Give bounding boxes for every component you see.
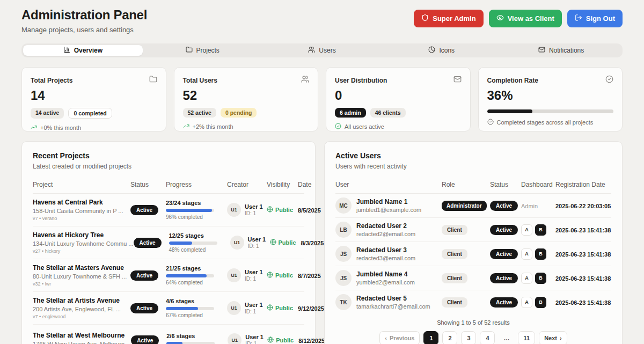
progress-bar — [169, 241, 217, 245]
creator-name: User 1 — [245, 203, 263, 210]
view-as-client-button[interactable]: View as Client — [489, 10, 562, 27]
stat-value: 52 — [183, 88, 310, 103]
table-row[interactable]: The Stellar at West Melbourne 1765 W New… — [33, 325, 304, 344]
role-badge: Client — [442, 273, 467, 283]
project-date: 8/3/2025 — [301, 240, 324, 246]
column-header-project: Project — [33, 181, 130, 188]
creator-id: ID: 1 — [245, 309, 263, 314]
status-badge: Active — [134, 238, 162, 248]
project-meta: v27 • hickory — [33, 248, 134, 254]
tab-overview[interactable]: Overview — [23, 45, 143, 56]
table-row[interactable]: JS Jumbled Name 4yumbled2@email.com Clie… — [335, 266, 611, 290]
page-header: Administration Panel Manage projects, us… — [21, 8, 623, 34]
table-row[interactable]: The Stellar at Masters Avenue 80-Unit Lu… — [33, 259, 304, 292]
dashboard-a-button[interactable]: A — [521, 248, 532, 260]
page-button-3[interactable]: 3 — [461, 331, 476, 344]
tab-users[interactable]: Users — [262, 45, 382, 56]
progress-bar — [166, 307, 214, 310]
tab-notifications[interactable]: Notifications — [501, 45, 621, 56]
super-admin-label: Super Admin — [433, 14, 475, 23]
dashboard-b-button[interactable]: B — [535, 224, 546, 236]
avatar: JS — [335, 270, 352, 286]
page-button-4[interactable]: 4 — [480, 331, 495, 344]
stat-title: Total Users — [183, 77, 217, 84]
recent-projects-title: Recent Projects — [33, 151, 304, 160]
table-row[interactable]: JS Redacted User 3redacted3@email.com Cl… — [335, 242, 611, 266]
table-row[interactable]: MC Jumbled Name 1jumbled1@example.com Ad… — [335, 194, 611, 218]
column-header-user: User — [335, 181, 442, 188]
visibility-label: Public — [275, 272, 293, 279]
stat-footer: +0% this month — [40, 125, 81, 131]
creator-name: User 1 — [245, 302, 263, 308]
check-circle-icon — [335, 123, 341, 130]
admin-panel-page: Administration Panel Manage projects, us… — [0, 0, 644, 344]
stats-row: Total Projects 14 14 active 0 completed … — [21, 67, 623, 131]
registration-date: 2025-06-23 15:41:38 — [555, 251, 611, 258]
column-header-status: Status — [130, 181, 166, 188]
project-name: The Stellar at West Melbourne — [33, 332, 131, 339]
dashboard-a-button[interactable]: A — [521, 224, 532, 236]
table-row[interactable]: The Stellar at Artists Avenue 200 Artist… — [33, 292, 304, 325]
table-row[interactable]: LB Redacted User 2redacted2@email.com Cl… — [335, 218, 611, 242]
page-title: Administration Panel — [21, 8, 147, 23]
users-icon — [308, 46, 315, 55]
table-row[interactable]: Havens at Central Park 158-Unit Casita C… — [33, 194, 304, 226]
user-name: Redacted User 2 — [356, 222, 415, 230]
project-meta: v32 • lwr — [33, 281, 130, 287]
page-button-2[interactable]: 2 — [442, 331, 457, 344]
previous-label: Previous — [390, 335, 414, 341]
globe-icon — [267, 304, 273, 312]
completion-progress-fill — [487, 109, 533, 113]
project-date: 8/5/2025 — [298, 207, 321, 214]
status-badge: Active — [131, 335, 159, 344]
chevron-left-icon: ‹ — [385, 335, 387, 341]
creator-id: ID: 1 — [245, 210, 263, 216]
stat-title: Completion Rate — [487, 77, 538, 84]
visibility-label: Public — [276, 337, 294, 343]
column-header-status: Status — [490, 181, 521, 188]
dashboard-a-button[interactable]: A — [521, 297, 532, 308]
page-button-11[interactable]: 11 — [518, 331, 535, 344]
column-header-creator: Creator — [227, 181, 267, 188]
creator-id: ID: 1 — [245, 276, 263, 282]
project-meta: v7 • englewood — [33, 314, 130, 319]
tab-icons[interactable]: Icons — [382, 45, 501, 56]
dashboard-b-button[interactable]: B — [535, 297, 546, 308]
project-description: 158-Unit Casita Community in P ... — [33, 208, 130, 214]
globe-icon — [267, 206, 273, 214]
chevron-right-icon: › — [560, 335, 562, 341]
previous-page-button[interactable]: ‹Previous — [379, 331, 420, 344]
user-email: redacted3@email.com — [356, 255, 415, 261]
globe-icon — [267, 336, 274, 344]
avatar: U1 — [230, 236, 244, 250]
progress-bar — [166, 274, 214, 277]
avatar: MC — [335, 197, 352, 214]
progress-fill — [166, 307, 198, 310]
stages-label: 4/6 stages — [166, 298, 227, 304]
table-row[interactable]: Havens at Hickory Tree 134-Unit Luxury T… — [33, 226, 304, 259]
super-admin-button[interactable]: Super Admin — [414, 10, 483, 27]
header-actions: Super Admin View as Client Sign Out — [414, 10, 623, 27]
tab-overview-label: Overview — [74, 47, 103, 54]
bar-chart-icon — [63, 46, 70, 55]
project-name: Havens at Hickory Tree — [33, 231, 134, 239]
dashboard-b-button[interactable]: B — [535, 273, 546, 284]
user-name: Redacted User 3 — [356, 246, 415, 254]
stat-value: 0 — [335, 88, 462, 103]
dashboard-b-button[interactable]: B — [535, 248, 546, 260]
role-badge: Client — [442, 225, 467, 235]
progress-bar — [166, 209, 214, 212]
dashboard-a-button[interactable]: A — [521, 273, 532, 284]
tab-bar: Overview Projects Users Icons Notificati… — [21, 43, 623, 57]
eye-icon — [496, 14, 504, 23]
sign-out-button[interactable]: Sign Out — [567, 10, 623, 27]
progress-fill — [169, 241, 192, 245]
user-email: tamarkachrarti7@email.com — [356, 303, 430, 310]
table-row[interactable]: TK Redacted User 5tamarkachrarti7@email.… — [335, 290, 611, 314]
page-button-1[interactable]: 1 — [423, 331, 438, 344]
status-badge: Active — [130, 270, 158, 281]
visibility-label: Public — [275, 305, 293, 311]
tab-projects[interactable]: Projects — [143, 45, 262, 56]
next-page-button[interactable]: Next› — [539, 331, 567, 344]
tab-notifications-label: Notifications — [549, 47, 584, 54]
